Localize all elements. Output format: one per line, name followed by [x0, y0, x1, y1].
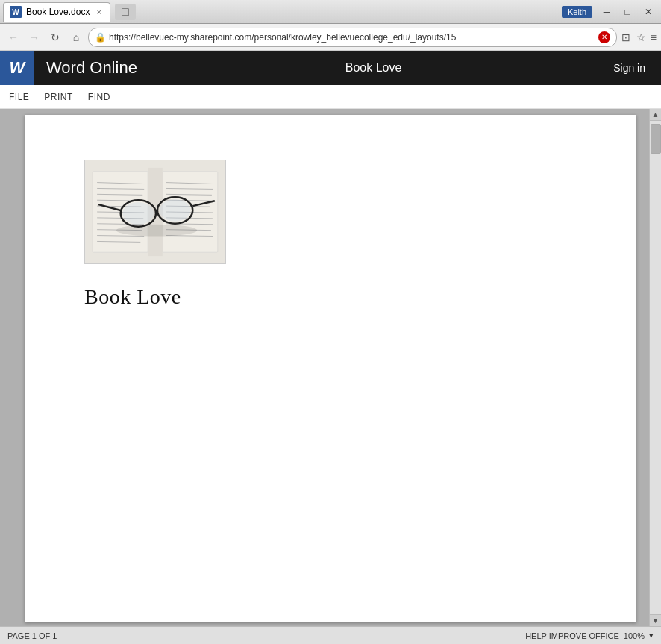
document-heading: Book Love [84, 285, 577, 309]
address-bar: ← → ↻ ⌂ 🔒 https://bellevuec-my.sharepoin… [0, 24, 661, 51]
close-window-button[interactable]: ✕ [639, 4, 658, 20]
address-input[interactable]: 🔒 https://bellevuec-my.sharepoint.com/pe… [88, 28, 617, 47]
compatibility-icon[interactable]: ⊡ [620, 30, 632, 45]
help-text[interactable]: HELP IMPROVE OFFICE [525, 631, 619, 640]
document-wrapper: Book Love [6, 109, 655, 626]
word-logo-box: W [0, 51, 34, 85]
main-content-area: Book Love ▲ ▼ [0, 109, 661, 626]
find-menu-item[interactable]: FIND [85, 89, 113, 105]
sign-in-button[interactable]: Sign in [598, 55, 661, 81]
word-logo-icon: W [10, 58, 25, 78]
toolbar: FILE PRINT FIND [0, 85, 661, 109]
app-header: W Word Online Book Love Sign in [0, 51, 661, 85]
browser-tab[interactable]: W Book Love.docx × [3, 2, 110, 22]
scrollbar-down-button[interactable]: ▼ [650, 614, 662, 626]
restore-button[interactable]: □ [618, 4, 637, 20]
file-menu-item[interactable]: FILE [6, 89, 32, 105]
document-title: Book Love [149, 61, 598, 75]
bookmark-icon[interactable]: ☆ [635, 30, 648, 45]
lock-icon: 🔒 [95, 32, 106, 43]
minimize-button[interactable]: ─ [597, 4, 616, 20]
app-header-left: W Word Online [0, 51, 149, 85]
scrollbar-up-button[interactable]: ▲ [650, 109, 662, 121]
document-image [84, 160, 226, 264]
window-controls: Keith ─ □ ✕ [562, 4, 658, 20]
address-right: ⊡ ☆ ≡ [620, 30, 657, 45]
zoom-dropdown-icon[interactable]: ▾ [649, 631, 654, 640]
forward-button[interactable]: → [25, 28, 43, 46]
home-button[interactable]: ⌂ [67, 28, 85, 46]
scrollbar-thumb[interactable] [651, 124, 661, 154]
print-menu-item[interactable]: PRINT [41, 89, 76, 105]
title-bar: W Book Love.docx × □ Keith ─ □ ✕ [0, 0, 661, 24]
user-badge: Keith [562, 6, 592, 18]
app-name-label: Word Online [34, 58, 149, 78]
page-info: PAGE 1 OF 1 [7, 631, 57, 640]
tab-label: Book Love.docx [26, 7, 90, 17]
status-bar-right: HELP IMPROVE OFFICE 100% ▾ [525, 631, 654, 640]
address-clear-button[interactable]: ✕ [598, 31, 610, 43]
zoom-level: 100% [624, 631, 645, 640]
scrollbar: ▲ ▼ [649, 109, 661, 626]
refresh-button[interactable]: ↻ [46, 28, 64, 46]
title-bar-left: W Book Love.docx × □ [3, 2, 136, 22]
book-glasses-image [85, 160, 225, 263]
document-page: Book Love [25, 115, 636, 622]
tab-favicon: W [10, 6, 22, 18]
svg-point-32 [116, 225, 197, 237]
new-tab-button[interactable]: □ [115, 4, 136, 20]
svg-point-29 [160, 199, 190, 222]
url-text: https://bellevuec-my.sharepoint.com/pers… [109, 32, 595, 43]
svg-point-27 [123, 202, 154, 225]
browser-menu-icon[interactable]: ≡ [651, 31, 657, 43]
status-bar: PAGE 1 OF 1 HELP IMPROVE OFFICE 100% ▾ [0, 626, 661, 644]
tab-close-button[interactable]: × [94, 7, 103, 17]
back-button[interactable]: ← [4, 28, 22, 46]
